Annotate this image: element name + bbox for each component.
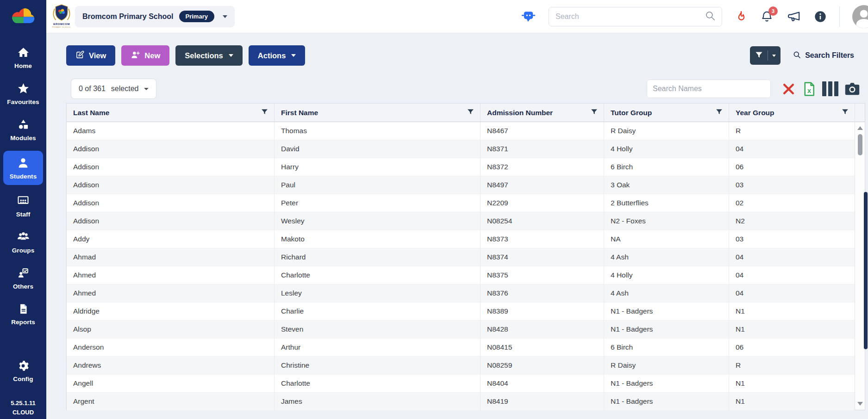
column-header-first-name[interactable]: First Name: [275, 104, 481, 122]
column-header-label: Tutor Group: [611, 109, 652, 117]
columns-icon[interactable]: [822, 81, 838, 96]
filter-funnel-icon[interactable]: [715, 108, 723, 117]
table-cell: Ahmad: [67, 248, 275, 266]
scroll-down-arrow-icon[interactable]: [857, 402, 863, 406]
table-cell: N2209: [481, 194, 604, 212]
bell-icon[interactable]: 3: [760, 10, 774, 23]
page-scrollbar-thumb[interactable]: [864, 192, 868, 349]
scrollbar-track[interactable]: [855, 122, 865, 410]
selection-summary: 0 of 361: [79, 85, 106, 93]
table-cell: 03: [729, 176, 855, 194]
search-icon[interactable]: [704, 10, 716, 24]
table-cell: Charlie: [275, 302, 481, 320]
search-input[interactable]: [556, 12, 704, 21]
table-row[interactable]: AhmadRichardN83744 Ash04: [67, 248, 855, 266]
table-cell: N8428: [481, 320, 604, 339]
table-cell: Addy: [67, 230, 275, 248]
selection-dropdown[interactable]: 0 of 361 selected: [71, 79, 156, 99]
sidebar-item-favourites[interactable]: Favourites: [2, 79, 44, 109]
sidebar-item-groups[interactable]: Groups: [2, 227, 44, 257]
table-cell: Addison: [67, 176, 275, 194]
view-button[interactable]: View: [66, 45, 115, 66]
sidebar-item-label: Students: [10, 173, 37, 180]
sidebar-item-label: Modules: [10, 135, 36, 142]
table-cell: 4 Holly: [604, 140, 729, 158]
table-row[interactable]: AhmedCharlotteN83754 Holly04: [67, 266, 855, 284]
scrollbar-thumb[interactable]: [858, 134, 862, 155]
sidebar-item-modules[interactable]: Modules: [2, 115, 44, 145]
clear-filter-icon[interactable]: [781, 82, 796, 96]
table-row[interactable]: AddisonHarryN83726 Birch06: [67, 158, 855, 176]
table-row[interactable]: AdamsThomasN8467R DaisyR: [67, 122, 855, 140]
table-row[interactable]: ArgentJamesN8419N1 - BadgersN1: [67, 393, 855, 411]
gear-icon: [17, 360, 29, 374]
info-icon[interactable]: [814, 10, 827, 23]
sidebar: HomeFavouritesModulesStudentsStaffGroups…: [0, 0, 46, 419]
svg-text:PRIMARY SCHOOL: PRIMARY SCHOOL: [52, 26, 71, 28]
shapes-icon: [17, 118, 30, 133]
version-number: 5.25.1.11: [11, 399, 36, 408]
table-cell: Andrews: [67, 357, 275, 375]
table-cell: 6 Birch: [604, 339, 729, 357]
filter-funnel-icon[interactable]: [841, 108, 849, 117]
bromcom-school-crest: BROMCOM PRIMARY SCHOOL: [51, 2, 72, 31]
new-button[interactable]: New: [121, 45, 169, 66]
column-header-label: Admission Number: [487, 109, 553, 117]
table-row[interactable]: AndersonArthurN084156 Birch06: [67, 339, 855, 357]
sidebar-item-label: Home: [14, 62, 32, 69]
table-body: AdamsThomasN8467R DaisyRAddisonDavidN837…: [67, 122, 855, 411]
chatbot-icon[interactable]: [521, 9, 536, 24]
search-names-input[interactable]: [647, 80, 771, 98]
table-row[interactable]: AhmedLesleyN83764 Ash04: [67, 284, 855, 302]
flame-icon[interactable]: [735, 10, 748, 23]
table-cell: N2 - Foxes: [604, 212, 729, 230]
table-row[interactable]: AddisonPeterN22092 Butterflies02: [67, 194, 855, 212]
sidebar-item-reports[interactable]: Reports: [2, 299, 44, 329]
avatar[interactable]: [852, 5, 868, 28]
scroll-up-arrow-icon[interactable]: [857, 126, 863, 130]
megaphone-icon[interactable]: [786, 9, 801, 24]
sidebar-item-config[interactable]: Config: [2, 356, 44, 387]
snapshot-camera-icon[interactable]: [843, 80, 861, 98]
school-phase-badge: Primary: [179, 11, 214, 22]
selections-button[interactable]: Selections: [175, 45, 243, 66]
svg-text:BROMCOM: BROMCOM: [53, 23, 70, 25]
table-row[interactable]: AngellCharlotteN8404N1 - BadgersN1: [67, 375, 855, 393]
school-selector[interactable]: Bromcom Primary School Primary: [75, 6, 235, 27]
sidebar-item-students[interactable]: Students: [3, 151, 43, 185]
filter-funnel-icon[interactable]: [467, 108, 475, 117]
search-filters-link[interactable]: Search Filters: [793, 50, 854, 61]
column-header-admission-number[interactable]: Admission Number: [481, 104, 604, 122]
table-row[interactable]: AlsopStevenN8428N1 - BadgersN1: [67, 320, 855, 339]
sidebar-item-others[interactable]: Others: [2, 263, 44, 293]
column-header-year-group[interactable]: Year Group: [729, 104, 855, 122]
table-cell: Steven: [275, 320, 481, 339]
table-cell: Addison: [67, 194, 275, 212]
actions-button[interactable]: Actions: [249, 45, 306, 66]
filter-funnel-icon[interactable]: [590, 108, 598, 117]
table-row[interactable]: AddisonWesleyN08254N2 - FoxesN2: [67, 212, 855, 230]
filter-split-button[interactable]: [750, 46, 781, 65]
person-window-icon: [17, 266, 30, 281]
table-scrollbar[interactable]: [855, 104, 865, 410]
environment-label: CLOUD: [11, 408, 36, 417]
table-cell: N1: [729, 375, 855, 393]
sidebar-item-home[interactable]: Home: [2, 43, 44, 73]
filter-funnel-icon[interactable]: [261, 108, 269, 117]
table-row[interactable]: AddyMakotoN8373NA03: [67, 230, 855, 248]
table-cell: 04: [729, 140, 855, 158]
table-cell: N8373: [481, 230, 604, 248]
column-header-tutor-group[interactable]: Tutor Group: [604, 104, 729, 122]
version-info: 5.25.1.11CLOUD: [11, 399, 36, 417]
new-button-label: New: [144, 51, 160, 60]
bromcom-cloud-logo[interactable]: [0, 0, 46, 33]
chevron-down-icon: [223, 15, 227, 18]
table-row[interactable]: AldridgeCharlieN8389N1 - BadgersN1: [67, 302, 855, 320]
export-excel-icon[interactable]: x: [801, 81, 817, 97]
table-row[interactable]: AddisonDavidN83714 Holly04: [67, 140, 855, 158]
table-row[interactable]: AndrewsChristineN08259R DaisyR: [67, 357, 855, 375]
column-header-last-name[interactable]: Last Name: [67, 104, 275, 122]
sidebar-item-staff[interactable]: Staff: [2, 191, 44, 221]
table-cell: 6 Birch: [604, 158, 729, 176]
table-row[interactable]: AddisonPaulN84973 Oak03: [67, 176, 855, 194]
